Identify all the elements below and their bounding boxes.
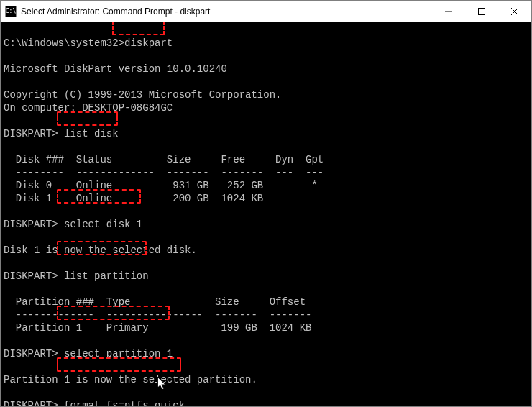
terminal-line: DISKPART> select partition 1 [4, 348, 173, 360]
terminal-line: Copyright (C) 1999-2013 Microsoft Corpor… [4, 89, 281, 101]
cmd-listpart: list partition [64, 270, 149, 282]
terminal-area[interactable]: C:\Windows\system32>diskpart Microsoft D… [1, 22, 531, 406]
dp-prompt: DISKPART> [4, 348, 64, 360]
terminal-line: C:\Windows\system32>diskpart [4, 37, 173, 49]
cmd-selectdisk: select disk 1 [64, 219, 142, 230]
close-button[interactable] [498, 1, 531, 22]
cmd-selectpart: select partition 1 [64, 348, 173, 360]
cmd-icon: C:\ [5, 6, 17, 17]
dp-prompt: DISKPART> [4, 270, 64, 282]
terminal-line: Partition ### Type Size Offset [4, 296, 306, 308]
highlight-format [57, 357, 181, 372]
terminal-line: Disk 1 is now the selected disk. [4, 244, 197, 256]
terminal-line: DISKPART> select disk 1 [4, 219, 142, 230]
dp-prompt: DISKPART> [4, 400, 64, 406]
dp-prompt: DISKPART> [4, 219, 64, 230]
cmd-listdisk: list disk [64, 128, 119, 140]
terminal-line: Partition 1 is now the selected partitio… [4, 374, 257, 385]
window-title: Select Administrator: Command Prompt - d… [21, 6, 210, 17]
prompt-path: C:\Windows\system32> [4, 37, 124, 49]
terminal-line: Disk ### Status Size Free Dyn Gpt [4, 154, 324, 165]
terminal-line: DISKPART> list disk [4, 128, 119, 140]
terminal-line: Microsoft DiskPart version 10.0.10240 [4, 63, 227, 75]
terminal-line: DISKPART> list partition [4, 270, 149, 282]
highlight-diskpart [112, 22, 165, 35]
titlebar[interactable]: C:\ Select Administrator: Command Prompt… [1, 1, 531, 22]
terminal-line: -------- ------------- ------- ------- -… [4, 167, 324, 178]
close-icon [511, 8, 518, 15]
terminal-line: ------------- ---------------- ------- -… [4, 309, 311, 321]
terminal-line: Partition 1 Primary 199 GB 1024 KB [4, 322, 311, 334]
cmd-diskpart: diskpart [124, 37, 173, 49]
terminal-line: Disk 0 Online 931 GB 252 GB * [4, 180, 318, 191]
terminal-line: Disk 1 Online 200 GB 1024 KB [4, 193, 263, 204]
cmd-format: format fs=ntfs quick [64, 400, 185, 406]
terminal-line: DISKPART> format fs=ntfs quick [4, 400, 185, 406]
maximize-button[interactable] [465, 1, 498, 22]
dp-prompt: DISKPART> [4, 128, 64, 140]
minimize-icon [445, 8, 452, 15]
minimize-button[interactable] [432, 1, 465, 22]
terminal-line: On computer: DESKTOP-08G84GC [4, 102, 173, 114]
command-prompt-window: C:\ Select Administrator: Command Prompt… [0, 0, 532, 407]
maximize-icon [478, 8, 485, 15]
svg-rect-1 [479, 8, 485, 14]
highlight-listdisk [57, 111, 118, 126]
